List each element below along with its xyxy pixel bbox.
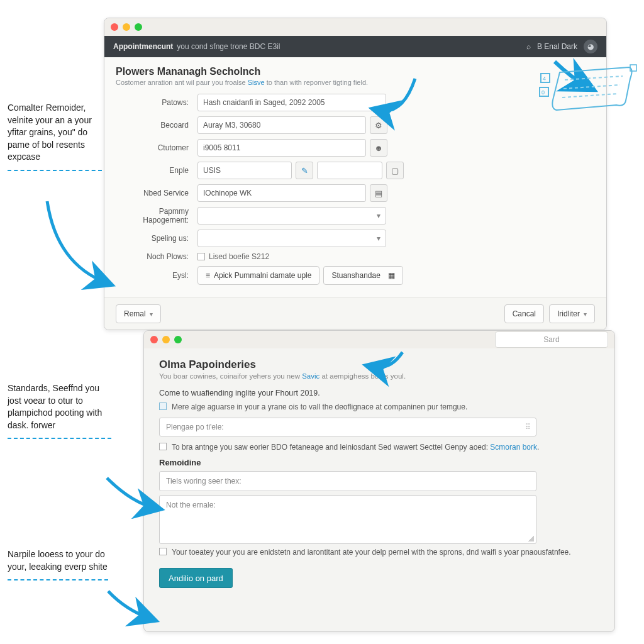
zoom-dot[interactable] — [174, 336, 182, 343]
panel2-subtitle-link[interactable]: Savic — [302, 372, 319, 380]
header-search-label: B Enal Dark — [537, 42, 577, 51]
header-bar: Appointmencunt you cond sfnge trone BDC … — [104, 36, 606, 57]
calendar2-icon: ▦ — [388, 271, 395, 280]
eysl-label: Eysl: — [116, 271, 197, 280]
close-dot[interactable] — [111, 23, 118, 31]
apick-button[interactable]: ≡Apick Pummalni damate uple — [197, 266, 319, 285]
smile-icon[interactable]: ☻ — [370, 139, 387, 157]
svg-line-1 — [564, 85, 620, 89]
calendar-icon[interactable]: ▤ — [370, 184, 387, 202]
check3-checkbox[interactable] — [159, 548, 167, 555]
check2-checkbox[interactable] — [159, 443, 167, 450]
titlebar-2: Sard — [144, 331, 614, 348]
titlebar-1 — [104, 18, 606, 36]
check2-label: To bra antnge you saw eorier BDO fetanea… — [172, 443, 539, 452]
enple-label: Enple — [116, 166, 197, 175]
becoard-input[interactable]: Auray M3, 30680 — [197, 116, 366, 134]
list-icon: ≡ — [206, 271, 210, 280]
need-service-input[interactable]: IOchinope WK — [197, 184, 366, 202]
svg-line-0 — [565, 76, 623, 80]
andilio-button[interactable]: Andilio on pard — [159, 568, 233, 588]
noch-plows-checkbox[interactable] — [197, 253, 205, 260]
remal-button[interactable]: Remal▾ — [116, 304, 161, 323]
app-subtitle: you cond sfnge trone BDC E3il — [177, 42, 280, 51]
close-dot[interactable] — [150, 336, 158, 343]
chevron-down-icon: ▾ — [584, 311, 587, 318]
remoidine-heading: Remoidine — [159, 458, 599, 467]
panel2-subtitle: You boar cowines, coinaifor yehers you n… — [159, 372, 599, 380]
patows-label: Patows: — [116, 98, 197, 107]
annotation-1: Comalter Remoider, velnite your an a you… — [8, 102, 102, 171]
enple-input[interactable]: USIS — [197, 162, 292, 179]
plengae-input[interactable]: Plengae po ti'ele: ⠿ — [159, 418, 536, 436]
enple-extra-input[interactable] — [317, 162, 382, 179]
monitor-icon[interactable]: ▢ — [386, 162, 404, 179]
check1-label: Mere alge aguarse in your a yrane ois to… — [172, 402, 467, 411]
grip-icon: ⠿ — [525, 423, 530, 431]
customer-label: Ctutomer — [116, 143, 197, 152]
chevron-down-icon: ▾ — [377, 211, 380, 220]
avatar[interactable]: ◕ — [584, 40, 597, 53]
svg-text:4: 4 — [543, 75, 546, 82]
panel1-content: Plowers Mananagh Secholnch Costomer anra… — [104, 57, 606, 297]
chevron-down-icon: ▾ — [377, 234, 380, 243]
customer-input[interactable]: i9005 8011 — [197, 139, 366, 157]
check3-label: Your toeatey your you are enidstetn and … — [172, 548, 571, 557]
panel2-line1: Come to wuafiending inglite your Fhourt … — [159, 389, 599, 397]
check2-link[interactable]: Scmoran bork — [490, 443, 537, 452]
papmmy-select[interactable]: ▾ — [197, 207, 386, 225]
becoard-label: Becoard — [116, 121, 197, 130]
need-service-label: Nbed Service — [116, 189, 197, 197]
cancel-button[interactable]: Cancal — [504, 304, 544, 323]
remoidine-input-2[interactable]: Not the ernale: — [159, 495, 536, 544]
annotation-2: Standards, Seeffnd you jost voear to otu… — [8, 382, 111, 439]
svg-line-2 — [562, 94, 618, 97]
panel1-footer: Remal▾ Cancal Iridliter▾ — [104, 297, 606, 330]
speling-select[interactable]: ▾ — [197, 230, 386, 247]
section-subtitle: Costomer anration ant wil paur you froal… — [116, 79, 595, 86]
appointment-window: Appointmencunt you cond sfnge trone BDC … — [104, 18, 607, 330]
svg-text:0: 0 — [541, 89, 545, 96]
minimize-dot[interactable] — [162, 336, 170, 343]
stuanshandae-button[interactable]: Stuanshandae▦ — [323, 266, 402, 285]
olma-window: Sard Olma Papoinderies You boar cowines,… — [143, 330, 615, 632]
minimize-dot[interactable] — [123, 23, 130, 31]
panel2-title: Olma Papoinderies — [159, 358, 599, 371]
app-title: Appointmencunt — [113, 42, 173, 51]
resize-handle[interactable] — [528, 535, 534, 541]
zoom-dot[interactable] — [135, 23, 142, 31]
search-input[interactable]: Sard — [495, 331, 608, 348]
search-icon[interactable]: ⌕ — [526, 42, 531, 51]
section-title: Plowers Mananagh Secholnch — [116, 66, 595, 77]
noch-plows-checkbox-label: Lised boefie S212 — [209, 252, 269, 261]
papmmy-label: Papmmy Hapogernent: — [116, 207, 197, 225]
iridliter-button[interactable]: Iridliter▾ — [549, 304, 595, 323]
annotation-3: Narpile looess to your do your, leeaking… — [8, 548, 108, 580]
check1-checkbox[interactable] — [159, 402, 167, 410]
speling-label: Speling us: — [116, 234, 197, 243]
chevron-down-icon: ▾ — [150, 311, 153, 318]
noch-plows-label: Noch Plows: — [116, 252, 197, 261]
edit-icon[interactable]: ✎ — [296, 162, 313, 179]
doodle-sketch: 4 0 — [535, 60, 641, 129]
subtitle-link[interactable]: Sisve — [248, 79, 265, 86]
remoidine-input-1[interactable]: Tiels woring seer thex: — [159, 471, 536, 491]
patows-input[interactable]: Hash cnaidanfi in Saged, 2092 2005 — [197, 94, 386, 111]
gear-icon[interactable]: ⚙ — [370, 116, 387, 134]
